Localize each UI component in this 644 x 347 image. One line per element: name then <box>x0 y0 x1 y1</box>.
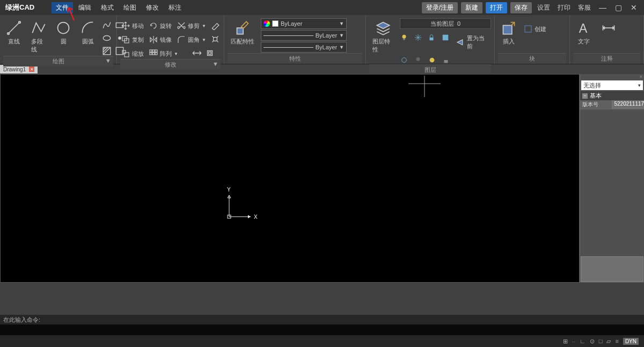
svg-rect-34 <box>443 35 449 41</box>
arc-icon <box>80 20 96 35</box>
chevron-down-icon[interactable]: ▼ <box>105 57 111 64</box>
close-button[interactable]: ✕ <box>628 3 640 12</box>
tool-hatch[interactable] <box>102 46 112 56</box>
array-icon <box>149 49 158 58</box>
color-wheel-icon <box>264 20 270 27</box>
svg-rect-40 <box>525 26 531 32</box>
menu-draw[interactable]: 绘图 <box>119 2 141 13</box>
svg-rect-22 <box>150 50 152 52</box>
svg-point-35 <box>402 58 407 63</box>
ribbon-group-properties: 匹配特性 ByLayer ▼ ByLayer ▼ ByLayer ▼ <box>224 15 366 64</box>
tool-ellipse[interactable] <box>102 33 112 43</box>
lineweight-dropdown[interactable]: ByLayer ▼ <box>261 42 347 53</box>
minimize-button[interactable]: — <box>596 3 609 12</box>
layer-thaw-icon[interactable] <box>428 56 436 64</box>
trim-icon <box>177 21 186 30</box>
rotate-icon <box>149 21 158 30</box>
osnap-icon[interactable]: □ <box>599 338 603 344</box>
fillet-icon <box>177 35 186 44</box>
color-dropdown[interactable]: ByLayer ▼ <box>261 18 347 29</box>
mirror-icon <box>149 35 158 44</box>
settings-button[interactable]: 设置 <box>535 3 552 12</box>
tool-rotate[interactable]: 旋转 <box>148 20 173 31</box>
match-properties-icon <box>235 20 250 35</box>
layer-off-icon[interactable] <box>414 56 422 64</box>
layer-unlock-icon[interactable] <box>442 56 450 64</box>
tool-scale[interactable]: 缩放 <box>120 48 145 59</box>
dyn-toggle[interactable]: DYN <box>623 338 639 345</box>
menubar: 绿洲CAD 文件 编辑 格式 绘图 修改 标注 登录/注册 新建 打开 保存 设… <box>0 0 644 15</box>
tool-text[interactable]: A 文字 <box>573 18 595 48</box>
tool-stretch[interactable] <box>192 48 202 58</box>
print-button[interactable]: 打印 <box>555 3 573 12</box>
open-button[interactable]: 打开 <box>486 2 507 13</box>
svg-rect-28 <box>207 51 212 56</box>
tool-match-properties[interactable]: 匹配特性 <box>228 18 258 48</box>
tool-arc[interactable]: 圆弧 <box>77 18 99 48</box>
service-button[interactable]: 客服 <box>576 3 593 12</box>
close-tab-button[interactable]: ✕ <box>29 67 34 72</box>
svg-text:X: X <box>254 214 258 220</box>
linetype-dropdown[interactable]: ByLayer ▼ <box>261 30 347 41</box>
layer-color-icon[interactable] <box>441 33 450 42</box>
props-group-basic[interactable]: − 基本 <box>580 91 644 100</box>
tool-mirror[interactable]: 镜像 <box>148 34 173 45</box>
menu-format[interactable]: 格式 <box>97 2 118 13</box>
ortho-icon[interactable]: ∟ <box>580 338 586 344</box>
tool-insert-block[interactable]: 插入 <box>498 18 519 48</box>
svg-point-37 <box>430 58 435 63</box>
menu-dimension[interactable]: 标注 <box>164 2 186 13</box>
polar-icon[interactable]: ⊙ <box>590 338 595 345</box>
tool-array[interactable]: 阵列▼ <box>148 48 179 59</box>
dimension-icon <box>601 20 616 35</box>
lineweight-icon[interactable]: ≡ <box>615 338 618 344</box>
svg-rect-15 <box>214 38 217 41</box>
login-button[interactable]: 登录/注册 <box>422 2 458 13</box>
chevron-down-icon[interactable]: ▼ <box>213 61 218 67</box>
tool-erase[interactable] <box>210 20 220 30</box>
tool-spline[interactable] <box>102 20 112 30</box>
tool-copy[interactable]: 复制 <box>120 34 145 45</box>
command-line[interactable]: 在此输入命令: <box>0 315 644 324</box>
tool-line[interactable]: 直线 <box>3 18 25 48</box>
tool-explode[interactable] <box>210 34 220 44</box>
menu-modify[interactable]: 修改 <box>142 2 163 13</box>
otrack-icon[interactable]: ▱ <box>606 338 611 345</box>
layer-lock-icon[interactable] <box>428 33 436 42</box>
drawing-canvas[interactable]: X Y <box>0 74 580 283</box>
svg-rect-23 <box>152 50 155 52</box>
svg-line-9 <box>103 47 108 52</box>
selection-dropdown[interactable]: 无选择 ▾ <box>581 80 643 90</box>
menu-edit[interactable]: 编辑 <box>74 2 96 13</box>
tool-dimension[interactable] <box>598 18 619 38</box>
current-layer-display[interactable]: 当前图层 0 <box>400 18 491 29</box>
tool-fillet[interactable]: 圆角▼ <box>176 34 207 45</box>
set-current-icon <box>456 38 465 47</box>
snap-endpoint-icon[interactable]: ⸱⸱ <box>572 338 575 345</box>
create-icon <box>524 25 532 33</box>
tool-move[interactable]: 移动 <box>120 20 145 31</box>
new-button[interactable]: 新建 <box>461 2 482 13</box>
app-title: 绿洲CAD <box>5 3 34 12</box>
svg-point-3 <box>58 23 69 34</box>
tool-circle[interactable]: 圆 <box>53 18 74 48</box>
menubar-right: 登录/注册 新建 打开 保存 设置 打印 客服 — ▢ ✕ <box>422 2 640 13</box>
maximize-button[interactable]: ▢ <box>612 3 625 12</box>
tool-polyline[interactable]: 多段线 <box>28 18 49 56</box>
layer-iso-icon[interactable] <box>400 56 408 64</box>
tool-create-block[interactable]: 创建 <box>523 24 547 34</box>
tool-trim[interactable]: 修剪▼ <box>176 20 207 31</box>
tool-offset[interactable] <box>205 48 215 58</box>
snap-grid-icon[interactable]: ⊞ <box>563 338 568 345</box>
save-button[interactable]: 保存 <box>510 2 532 13</box>
ribbon-group-block: 插入 创建 块 <box>495 15 570 64</box>
layer-freeze-icon[interactable] <box>414 33 422 42</box>
tool-set-current-layer[interactable]: 置为当前 <box>455 33 491 51</box>
menu-file[interactable]: 文件 <box>52 2 73 13</box>
tool-layer-properties[interactable]: 图层特性 <box>369 18 397 56</box>
close-panel-button[interactable]: × <box>580 74 644 80</box>
svg-rect-32 <box>403 39 405 40</box>
ucs-icon: X Y <box>225 187 262 226</box>
svg-point-5 <box>103 36 111 41</box>
layer-lightbulb-icon[interactable] <box>400 33 408 42</box>
